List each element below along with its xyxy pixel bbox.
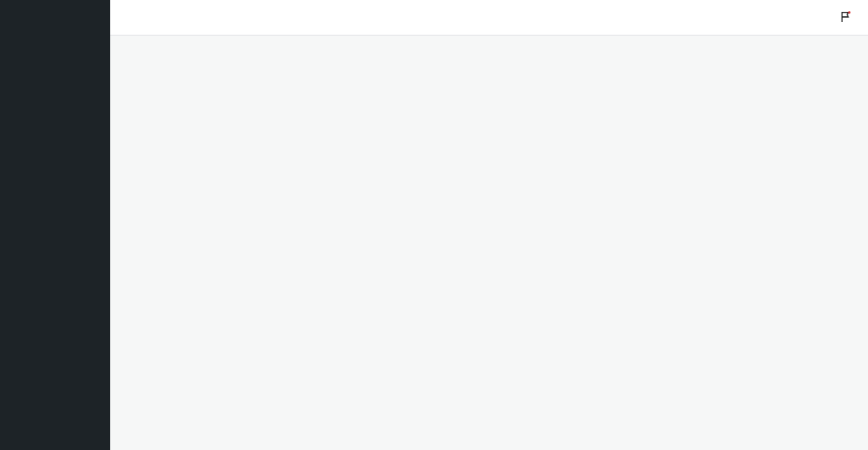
svg-point-0 — [849, 11, 851, 14]
email-table — [110, 36, 868, 450]
flag-icon — [839, 10, 853, 25]
main-area — [110, 0, 868, 450]
admin-sidebar — [0, 0, 110, 450]
topbar — [110, 0, 868, 36]
activity-button[interactable] — [839, 10, 853, 25]
